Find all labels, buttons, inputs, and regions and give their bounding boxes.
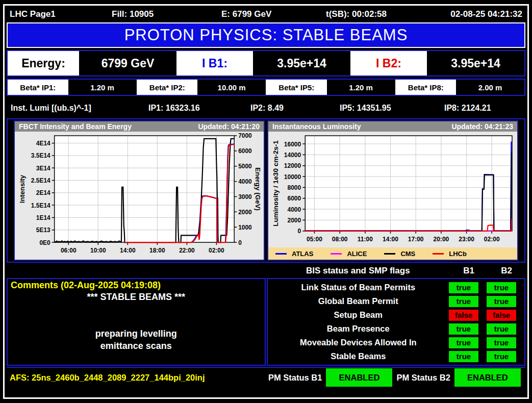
legend-line-icon (384, 253, 395, 255)
svg-text:02:00: 02:00 (209, 247, 224, 254)
beta-star-row: Beta* IP1: 1.20 m Beta* IP2: 10.00 m Bet… (7, 79, 525, 96)
legend-line-icon (275, 253, 287, 255)
svg-text:3.5E14: 3.5E14 (31, 152, 50, 159)
svg-text:0: 0 (238, 239, 242, 246)
svg-text:17:00: 17:00 (408, 236, 424, 243)
status-banner-text: PROTON PHYSICS: STABLE BEAMS (124, 26, 408, 44)
svg-text:02:00: 02:00 (484, 236, 500, 243)
beta-ip1: Beta* IP1: 1.20 m (8, 80, 137, 95)
legend-item-alice: ALICE (331, 250, 367, 258)
lumi-chart-updated: Updated: 04:21:23 (451, 122, 513, 131)
svg-text:4000: 4000 (238, 178, 252, 185)
beta-ip1-label: Beta* IP1: (8, 80, 68, 95)
intensity-b1-label: I B1: (176, 51, 253, 75)
fbct-chart-body: 06:0010:0014:0018:0022:0002:000E05E131E1… (15, 132, 264, 260)
fbct-chart-updated: Updated: 04:21:20 (198, 122, 260, 131)
flag-b1: true (449, 337, 478, 348)
svg-text:23:00: 23:00 (459, 236, 474, 243)
datetime: 02-08-25 04:21:32 (436, 9, 522, 19)
svg-text:Luminosity / 1e30 cm-2s-1: Luminosity / 1e30 cm-2s-1 (272, 140, 280, 226)
beta-ip2: Beta* IP2: 10.00 m (137, 80, 267, 95)
bis-row-label: Link Status of Beam Permits (268, 283, 449, 292)
legend-item-atlas: ATLAS (275, 250, 313, 258)
flag-b2: false (487, 310, 516, 321)
svg-text:3000: 3000 (238, 193, 252, 200)
bis-row: Link Status of Beam Permitstruetrue (268, 282, 524, 293)
legend-item-lhcb: LHCb (433, 250, 467, 258)
beta-ip2-value: 10.00 m (197, 80, 266, 95)
fbct-chart-titlebar: FBCT Intensity and Beam Energy Updated: … (15, 121, 264, 132)
time-in-stable-beams: t(SB): 00:02:58 (326, 9, 436, 19)
lumi-chart-body: 05:0008:0011:0014:0017:0020:0023:0002:00… (268, 132, 517, 247)
legend-label: CMS (400, 250, 415, 258)
svg-text:2E14: 2E14 (36, 189, 50, 196)
bis-row-label: Moveable Devices Allowed In (268, 338, 449, 347)
energy-intensity-row: Energy: 6799 GeV I B1: 3.95e+14 I B2: 3.… (7, 50, 525, 77)
lumi-ip8: IP8: 2124.21 (444, 104, 521, 113)
beta-ip8: Beta* IP8: 2.00 m (396, 80, 525, 95)
flag-b1: true (449, 323, 478, 335)
bis-row-label: Beam Presence (268, 324, 449, 334)
lumi-ip1: IP1: 16323.16 (148, 104, 250, 113)
lumi-chart-title: Instantaneous Luminosity (272, 122, 361, 131)
svg-text:6000: 6000 (238, 147, 252, 155)
svg-text:8000: 8000 (287, 184, 301, 191)
lumi-chart-panel: Instantaneous Luminosity Updated: 04:21:… (267, 120, 518, 261)
bis-header-title: BIS status and SMP flags (266, 266, 450, 276)
svg-text:1E14: 1E14 (36, 214, 50, 221)
lumi-chart-titlebar: Instantaneous Luminosity Updated: 04:21:… (268, 121, 517, 132)
svg-text:Intensity: Intensity (18, 174, 26, 203)
svg-text:16000: 16000 (284, 141, 301, 148)
bis-header-row: BIS status and SMP flags B1 B2 (7, 264, 525, 278)
beta-ip8-label: Beta* IP8: (396, 80, 457, 95)
svg-text:14:00: 14:00 (120, 247, 136, 254)
bottom-section: Comments (02-Aug-2025 04:19:08) *** STAB… (7, 278, 525, 366)
lumi-chart: 05:0008:0011:0014:0017:0020:0023:0002:00… (268, 132, 517, 247)
bis-col-b1: B1 (450, 266, 488, 276)
beta-ip1-value: 1.20 m (68, 80, 137, 95)
bis-row: Setup Beamfalsefalse (268, 310, 524, 321)
flag-b2: true (487, 296, 516, 307)
lumi-ip5: IP5: 14351.95 (340, 104, 444, 113)
svg-text:0E0: 0E0 (39, 239, 50, 246)
svg-text:1000: 1000 (238, 224, 252, 231)
energy-value: 6799 GeV (79, 51, 176, 75)
lumi-chart-legend: ATLASALICECMSLHCb (268, 247, 517, 260)
svg-text:12000: 12000 (284, 163, 301, 170)
svg-text:20:00: 20:00 (433, 236, 449, 243)
beta-ip2-label: Beta* IP2: (137, 80, 198, 95)
bis-row: Global Beam Permittruetrue (268, 296, 524, 307)
legend-label: LHCb (449, 250, 467, 258)
legend-label: ATLAS (292, 250, 313, 258)
svg-text:2000: 2000 (238, 209, 252, 216)
bis-row: Beam Presencetruetrue (268, 323, 524, 335)
legend-label: ALICE (347, 250, 367, 258)
lhc-page1: LHC Page1 Fill: 10905 E: 6799 GeV t(SB):… (3, 4, 529, 399)
flag-b2: true (487, 282, 516, 293)
bis-row-label: Stable Beams (268, 351, 449, 361)
page-title: LHC Page1 (10, 9, 112, 19)
legend-item-cms: CMS (384, 250, 415, 258)
beta-ip5-value: 1.20 m (327, 80, 395, 95)
svg-text:2.5E14: 2.5E14 (31, 177, 50, 184)
flag-b2: true (487, 323, 516, 335)
beta-ip5-label: Beta* IP5: (266, 80, 327, 95)
fbct-chart-panel: FBCT Intensity and Beam Energy Updated: … (14, 120, 265, 261)
intensity-b2-value: 3.95e+14 (427, 51, 524, 75)
comments-panel: Comments (02-Aug-2025 04:19:08) *** STAB… (7, 278, 266, 366)
footer-bar: AFS: 25ns_2460b_2448_2089_2227_144bpi_20… (7, 367, 525, 387)
svg-text:11:00: 11:00 (358, 236, 373, 243)
svg-text:22:00: 22:00 (179, 247, 195, 254)
svg-text:18:00: 18:00 (149, 247, 165, 254)
svg-text:Energy (GeV): Energy (GeV) (254, 167, 262, 211)
comments-title: Comments (02-Aug-2025 04:19:08) (11, 280, 262, 291)
bis-col-b2: B2 (488, 266, 525, 276)
svg-text:10000: 10000 (284, 173, 301, 181)
pm-status-b2-label: PM Status B2 (392, 373, 454, 383)
intensity-b2-label: I B2: (350, 51, 427, 75)
svg-text:1.5E14: 1.5E14 (31, 202, 50, 209)
flag-b2: true (487, 351, 516, 362)
inst-lumi-title: Inst. Lumi [(ub.s)^-1] (11, 104, 148, 113)
bis-row: Stable Beamstruetrue (268, 351, 524, 362)
svg-text:05:00: 05:00 (307, 236, 322, 243)
